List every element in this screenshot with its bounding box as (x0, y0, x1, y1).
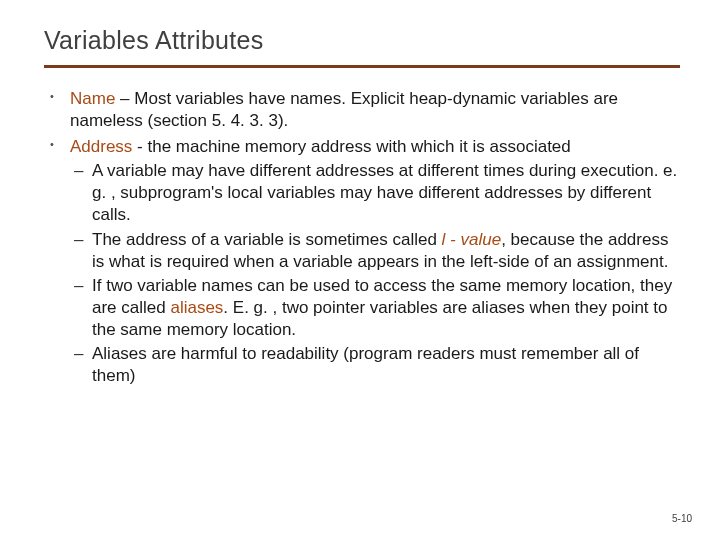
term-aliases: aliases (170, 298, 223, 317)
title-rule (44, 65, 680, 68)
sub-text: The address of a variable is sometimes c… (92, 230, 442, 249)
sub-bullet: The address of a variable is sometimes c… (92, 229, 680, 273)
sub-bullet: If two variable names can be used to acc… (92, 275, 680, 341)
bullet-address: Address - the machine memory address wit… (70, 136, 680, 387)
sub-bullet: A variable may have different addresses … (92, 160, 680, 226)
slide-title: Variables Attributes (44, 26, 680, 55)
page-number: 5-10 (672, 513, 692, 524)
bullet-list: Name – Most variables have names. Explic… (44, 88, 680, 387)
bullet-text: – Most variables have names. Explicit he… (70, 89, 618, 130)
bullet-name: Name – Most variables have names. Explic… (70, 88, 680, 132)
bullet-key: Name (70, 89, 115, 108)
bullet-key: Address (70, 137, 132, 156)
slide: Variables Attributes Name – Most variabl… (0, 0, 720, 540)
sub-bullet: Aliases are harmful to readability (prog… (92, 343, 680, 387)
bullet-text: - the machine memory address with which … (132, 137, 570, 156)
sub-bullet-list: A variable may have different addresses … (70, 160, 680, 387)
term-lvalue: l - value (442, 230, 502, 249)
